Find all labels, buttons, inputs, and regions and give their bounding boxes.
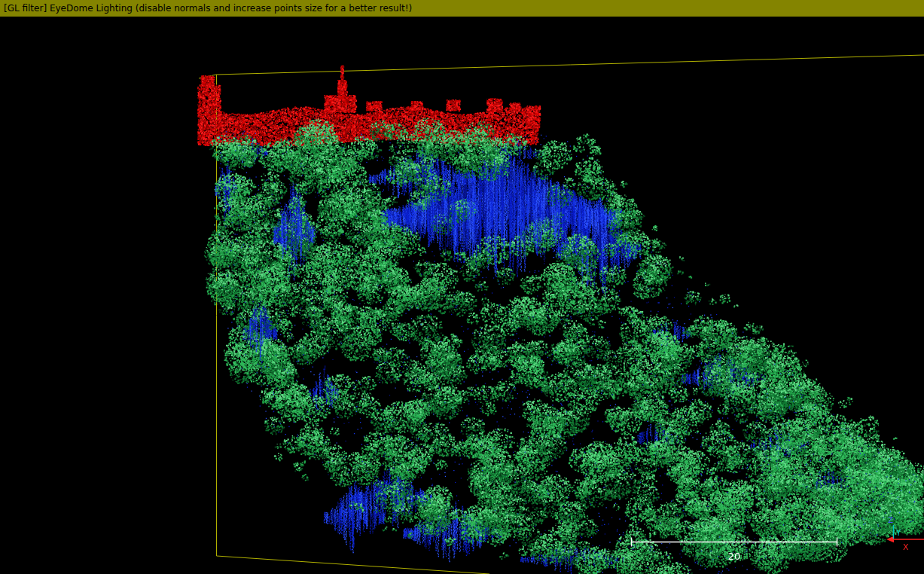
gl-filter-banner-text: [GL filter] EyeDome Lighting (disable no… [4, 3, 412, 14]
point-cloud-canvas [0, 17, 924, 574]
3d-viewport[interactable]: 20 X Y Z [0, 17, 924, 574]
gl-filter-banner: [GL filter] EyeDome Lighting (disable no… [0, 0, 924, 17]
